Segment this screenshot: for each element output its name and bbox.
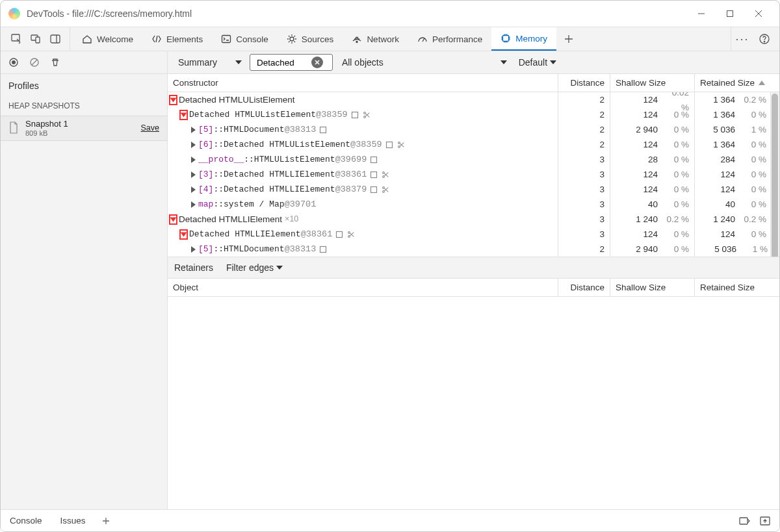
column-retained[interactable]: Retained Size (695, 279, 779, 296)
column-distance[interactable]: Distance (558, 279, 610, 296)
app-icon (8, 8, 20, 19)
column-object[interactable]: Object (168, 279, 558, 296)
filter-edges-dropdown[interactable]: Filter edges (222, 261, 285, 274)
record-button[interactable] (5, 53, 23, 71)
chevron-down-icon (550, 60, 556, 64)
sort-indicator-icon (759, 81, 765, 85)
tab-label: Elements (166, 34, 203, 44)
column-distance[interactable]: Distance (558, 74, 610, 92)
svg-rect-43 (740, 518, 748, 524)
main-tab-bar: Welcome Elements Console Sources Network… (1, 27, 779, 51)
drawer-tab-console[interactable]: Console (1, 510, 51, 531)
default-dropdown[interactable]: Default (515, 56, 559, 69)
dropdown-label: Filter edges (226, 262, 274, 273)
dropdown-label: Summary (178, 57, 217, 68)
svg-point-32 (383, 171, 385, 173)
expand-toggle[interactable] (191, 157, 196, 163)
svg-point-25 (363, 116, 365, 118)
tab-sources[interactable]: Sources (278, 27, 343, 51)
expand-toggle[interactable] (191, 142, 196, 148)
tab-welcome[interactable]: Welcome (73, 27, 142, 51)
window-maximize-button[interactable] (716, 4, 744, 23)
window-title: DevTools - file:///C:/screens/memory.htm… (27, 8, 192, 19)
table-row[interactable]: [5] :: HTMLDocument @3831322 9400 %5 036… (168, 242, 779, 257)
element-icon (318, 125, 328, 134)
svg-point-38 (348, 231, 350, 233)
expand-toggle[interactable] (191, 201, 196, 208)
expand-toggle[interactable] (191, 171, 196, 178)
add-tab-button[interactable] (556, 27, 581, 51)
retainers-header: Object Distance Shallow Size Retained Si… (168, 278, 779, 297)
objects-dropdown[interactable]: All objects (338, 56, 510, 69)
expand-toggle-highlighted[interactable] (169, 214, 177, 225)
column-shallow[interactable]: Shallow Size (610, 279, 695, 296)
filter-text[interactable] (255, 57, 311, 68)
svg-point-28 (398, 142, 400, 144)
chevron-down-icon (276, 266, 283, 270)
table-row[interactable]: [3] :: Detached HTMLLIElement @383613124… (168, 167, 779, 182)
column-retained[interactable]: Retained Size (695, 74, 779, 92)
dock-side-icon[interactable] (46, 30, 64, 48)
tab-label: Performance (432, 34, 482, 44)
tab-elements[interactable]: Elements (142, 27, 212, 51)
delete-button[interactable] (46, 53, 64, 71)
save-link[interactable]: Save (141, 123, 160, 133)
svg-rect-40 (320, 246, 326, 252)
device-toggle-icon[interactable] (27, 30, 45, 48)
errors-icon[interactable] (735, 512, 753, 530)
class-filter-input[interactable] (250, 54, 333, 71)
window-minimize-button[interactable] (687, 4, 716, 23)
expand-drawer-icon[interactable] (756, 512, 774, 530)
table-row[interactable]: map :: system / Map @397013400 %400 % (168, 197, 779, 212)
svg-rect-30 (371, 157, 377, 162)
table-row[interactable]: Detached HTMLLIElement @3836131240 %1240… (168, 227, 779, 242)
expand-toggle[interactable] (191, 246, 196, 253)
detached-icon (362, 110, 371, 120)
tab-performance[interactable]: Performance (408, 27, 491, 51)
expand-toggle[interactable] (191, 186, 196, 193)
scrollbar-thumb[interactable] (772, 94, 778, 257)
scrollbar[interactable] (770, 92, 779, 257)
column-shallow[interactable]: Shallow Size (610, 74, 695, 92)
table-row[interactable]: Detached HTMLLIElement×1031 2400.2 %1 24… (168, 212, 779, 227)
expand-toggle[interactable] (191, 127, 196, 133)
console-icon (221, 34, 231, 44)
svg-rect-31 (371, 171, 377, 177)
table-row[interactable]: [5] :: HTMLDocument @3831322 9400 %5 036… (168, 122, 779, 137)
tab-label: Welcome (97, 34, 133, 44)
element-icon (369, 185, 378, 194)
clear-filter-button[interactable] (311, 57, 323, 68)
clear-button[interactable] (25, 53, 44, 71)
window-titlebar: DevTools - file:///C:/screens/memory.htm… (1, 1, 779, 27)
retainers-title: Retainers (174, 262, 213, 273)
more-icon[interactable]: ··· (731, 28, 753, 50)
svg-rect-6 (36, 37, 40, 43)
snapshot-item[interactable]: Snapshot 1 809 kB Save (1, 116, 167, 141)
svg-point-18 (12, 60, 16, 64)
expand-toggle-highlighted[interactable] (169, 95, 177, 105)
tab-label: Sources (302, 34, 334, 44)
table-row[interactable]: Detached HTMLUListElement21240.02 %1 364… (168, 92, 779, 107)
dropdown-label: All objects (342, 57, 384, 68)
table-row[interactable]: [6] :: Detached HTMLUListElement @383592… (168, 137, 779, 152)
window-close-button[interactable] (744, 4, 773, 23)
element-icon (385, 140, 394, 149)
detached-icon (381, 185, 390, 194)
tab-label: Network (367, 34, 399, 44)
detached-icon (346, 230, 356, 239)
svg-rect-12 (503, 36, 509, 42)
tab-network[interactable]: Network (343, 27, 408, 51)
help-icon[interactable] (753, 28, 775, 50)
column-constructor[interactable]: Constructor (168, 74, 558, 92)
table-row[interactable]: [4] :: Detached HTMLLIElement @383793124… (168, 182, 779, 197)
tab-memory[interactable]: Memory (491, 27, 556, 51)
tab-console[interactable]: Console (212, 27, 278, 51)
drawer-add-tab[interactable] (95, 510, 117, 531)
drawer-tab-issues[interactable]: Issues (51, 510, 95, 531)
expand-toggle-highlighted[interactable] (179, 110, 188, 120)
perspective-dropdown[interactable]: Summary (174, 56, 244, 69)
table-row[interactable]: Detached HTMLUListElement @3835921240 %1… (168, 107, 779, 122)
table-row[interactable]: __proto__ :: HTMLUListElement @396993280… (168, 152, 779, 167)
inspect-icon[interactable] (7, 30, 25, 48)
expand-toggle-highlighted[interactable] (179, 229, 188, 240)
